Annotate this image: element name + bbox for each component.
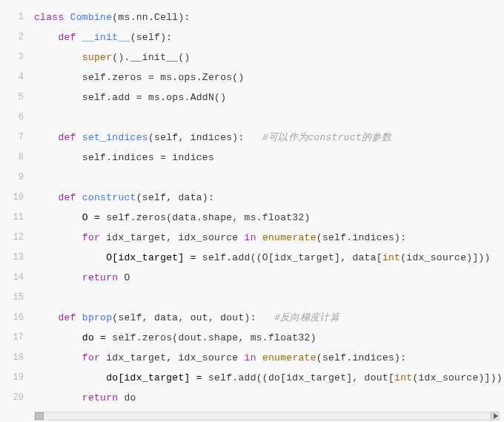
code-token: class — [34, 12, 70, 23]
code-line: return O — [34, 268, 503, 288]
code-token: ): — [160, 32, 172, 43]
code-line: do[idx_target] = self.add((do[idx_target… — [34, 368, 503, 388]
code-line — [34, 168, 503, 188]
code-line: class Combine(ms.nn.Cell): — [34, 7, 503, 27]
code-token — [256, 232, 262, 243]
line-number: 20 — [0, 388, 30, 408]
code-token: ( — [136, 192, 142, 203]
code-token: self — [112, 332, 136, 343]
code-token: do = — [34, 332, 112, 343]
code-token: self — [322, 352, 346, 363]
code-token — [34, 392, 82, 403]
code-line: def bprop(self, data, out, dout): #反向梯度计… — [34, 308, 503, 328]
code-token: Combine — [70, 12, 113, 23]
code-token: .zeros(data.shape, ms.float32) — [130, 212, 311, 223]
line-number: 14 — [0, 268, 30, 288]
line-number: 15 — [0, 288, 30, 308]
code-line: self.indices = indices — [34, 148, 503, 168]
code-token — [34, 92, 82, 103]
line-number: 1 — [0, 7, 30, 27]
code-token: self — [82, 92, 106, 103]
code-token: def — [58, 192, 82, 203]
code-line: for idx_target, idx_source in enumerate(… — [34, 348, 503, 368]
code-token: (idx_source)])) — [400, 252, 491, 263]
line-number: 16 — [0, 308, 30, 328]
code-token: .indices): — [346, 352, 406, 363]
code-token — [34, 132, 58, 143]
scrollbar-track[interactable] — [34, 412, 500, 421]
code-token: in — [245, 232, 256, 243]
code-line: return do — [34, 388, 503, 408]
code-token — [34, 72, 82, 83]
code-token: .add((O[idx_target], data[ — [226, 252, 382, 263]
line-number: 4 — [0, 67, 30, 88]
line-number: 12 — [0, 228, 30, 248]
code-lines: class Combine(ms.nn.Cell): def __init__(… — [30, 0, 504, 410]
line-number: 10 — [0, 188, 30, 208]
code-token — [34, 312, 58, 323]
code-scroll-container[interactable]: 1234567891011121314151617181920 class Co… — [0, 0, 504, 410]
code-token: , data): — [166, 192, 214, 203]
code-token: for — [82, 352, 100, 363]
code-token: ( — [148, 132, 154, 143]
code-token: return — [82, 392, 119, 403]
line-number: 8 — [0, 148, 30, 168]
code-token: self — [136, 32, 160, 43]
code-line: for idx_target, idx_source in enumerate(… — [34, 228, 503, 248]
code-token: .zeros = ms.ops.Zeros() — [106, 72, 244, 83]
code-token — [34, 192, 58, 203]
code-token: return — [82, 272, 119, 283]
code-token: ( — [316, 232, 322, 243]
code-token: ( — [130, 32, 136, 43]
code-line: def construct(self, data): — [34, 188, 503, 208]
code-token: enumerate — [262, 232, 316, 243]
scrollbar-thumb[interactable] — [35, 412, 44, 420]
code-token: .add = ms.ops.AddN() — [106, 92, 226, 103]
line-number: 19 — [0, 368, 30, 388]
code-token: self — [154, 132, 178, 143]
code-token — [34, 232, 82, 243]
code-token: super — [82, 52, 113, 63]
code-token: def — [58, 132, 82, 143]
horizontal-scrollbar[interactable] — [0, 410, 504, 422]
scroll-right-arrow-icon[interactable] — [491, 412, 500, 420]
code-token: bprop — [82, 312, 113, 323]
code-block: 1234567891011121314151617181920 class Co… — [0, 0, 504, 422]
code-line: def __init__(self): — [34, 27, 503, 47]
line-number: 11 — [0, 208, 30, 228]
line-number: 18 — [0, 348, 30, 368]
code-line — [34, 108, 503, 128]
code-line: self.zeros = ms.ops.Zeros() — [34, 67, 503, 88]
code-token: O[idx_target] = — [34, 252, 202, 263]
code-token: (ms.nn.Cell): — [112, 12, 190, 23]
line-number-gutter: 1234567891011121314151617181920 — [0, 0, 30, 410]
line-number: 2 — [0, 27, 30, 47]
code-token: self — [106, 212, 130, 223]
line-number: 17 — [0, 328, 30, 348]
line-number: 13 — [0, 248, 30, 268]
code-line: def set_indices(self, indices): #可以作为con… — [34, 128, 503, 148]
code-token: do — [118, 392, 136, 403]
code-token — [34, 32, 58, 43]
line-number: 3 — [0, 47, 30, 67]
code-line: O = self.zeros(data.shape, ms.float32) — [34, 208, 503, 228]
code-token: def — [58, 32, 82, 43]
code-line: self.add = ms.ops.AddN() — [34, 88, 503, 108]
code-token: self — [142, 192, 166, 203]
code-token: in — [245, 352, 256, 363]
code-token — [34, 152, 82, 163]
code-token: do[idx_target] = — [34, 372, 208, 383]
code-token: self — [322, 232, 346, 243]
code-line: do = self.zeros(dout.shape, ms.float32) — [34, 328, 503, 348]
code-token: def — [58, 312, 82, 323]
line-number: 6 — [0, 108, 30, 128]
code-token: O = — [34, 212, 106, 223]
code-token: enumerate — [262, 352, 316, 363]
code-token: int — [394, 372, 412, 383]
code-token: self — [118, 312, 142, 323]
code-line — [34, 288, 503, 308]
code-token: __init__ — [82, 32, 130, 43]
code-token: ( — [316, 352, 322, 363]
code-token: int — [382, 252, 400, 263]
code-token: idx_target, idx_source — [100, 352, 244, 363]
